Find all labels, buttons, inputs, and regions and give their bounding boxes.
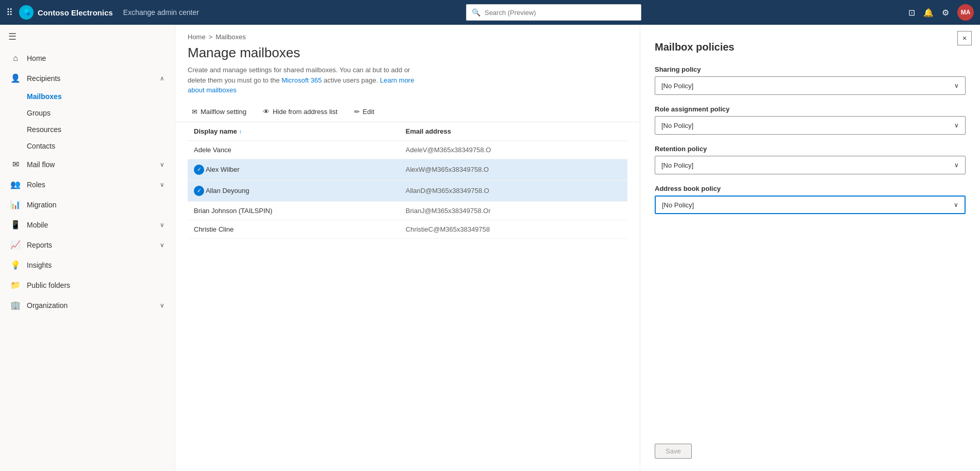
retention-policy-label: Retention policy	[655, 145, 966, 153]
microsoft365-link[interactable]: Microsoft 365	[281, 76, 322, 84]
panel-close-button[interactable]: ×	[957, 31, 972, 45]
address-book-policy-chevron-icon: ∨	[954, 201, 958, 208]
settings-icon[interactable]: ⚙	[942, 8, 949, 18]
sharing-policy-label: Sharing policy	[655, 66, 966, 73]
sort-asc-icon: ↑	[239, 128, 242, 135]
row-email: BrianJ@M365x38349758.Or	[400, 201, 627, 220]
row-name: ✓ Allan Deyoung	[188, 180, 400, 201]
breadcrumb-current: Mailboxes	[215, 33, 246, 41]
sidebar: ☰ ⌂ Home 👤 Recipients ∧ Mailboxes Groups…	[0, 25, 175, 471]
sidebar-label-home: Home	[27, 54, 164, 62]
roles-icon: 👥	[10, 180, 21, 189]
notification-icon[interactable]: 🔔	[923, 8, 934, 18]
mobile-icon: 📱	[10, 220, 21, 230]
main-area: ☰ ⌂ Home 👤 Recipients ∧ Mailboxes Groups…	[0, 25, 980, 471]
table-row[interactable]: Brian Johnson (TAILSPIN) BrianJ@M365x383…	[188, 201, 627, 220]
retention-policy-select[interactable]: [No Policy] ∨	[655, 156, 966, 174]
migration-icon: 📊	[10, 200, 21, 209]
sharing-policy-select[interactable]: [No Policy] ∨	[655, 76, 966, 95]
address-book-policy-select[interactable]: [No Policy] ∨	[655, 196, 966, 214]
row-name: Brian Johnson (TAILSPIN)	[188, 201, 400, 220]
sidebar-item-organization[interactable]: 🏢 Organization ∨	[0, 295, 175, 315]
reports-chevron-icon: ∨	[160, 241, 164, 249]
insights-icon: 💡	[10, 260, 21, 270]
top-nav: ⠿ Contoso Electronics Exchange admin cen…	[0, 0, 980, 25]
breadcrumb-home[interactable]: Home	[188, 33, 206, 41]
svg-point-0	[24, 9, 28, 13]
avatar[interactable]: MA	[957, 4, 974, 21]
sharing-policy-group: Sharing policy [No Policy] ∨	[655, 66, 966, 95]
mailboxes-table-container: Display name ↑ Email address Adele Vance…	[175, 122, 640, 472]
sidebar-item-home[interactable]: ⌂ Home	[0, 48, 175, 68]
sidebar-item-groups[interactable]: Groups	[27, 105, 175, 121]
sidebar-label-public-folders: Public folders	[27, 281, 164, 289]
recipients-icon: 👤	[10, 73, 21, 83]
page-desc-text2: active users page.	[324, 76, 378, 84]
sidebar-label-mailflow: Mail flow	[27, 160, 154, 169]
sidebar-label-migration: Migration	[27, 201, 164, 209]
sidebar-item-public-folders[interactable]: 📁 Public folders	[0, 275, 175, 295]
row-name: Adele Vance	[188, 140, 400, 159]
mailflow-setting-button[interactable]: ✉ Mailflow setting	[188, 106, 251, 118]
svg-point-1	[23, 12, 26, 15]
sidebar-item-reports[interactable]: 📈 Reports ∨	[0, 235, 175, 255]
hide-icon: 👁	[263, 108, 270, 116]
sidebar-item-resources[interactable]: Resources	[27, 121, 175, 138]
mobile-chevron-icon: ∨	[160, 221, 164, 229]
row-email: AlexW@M365x38349758.O	[400, 159, 627, 180]
sidebar-item-insights[interactable]: 💡 Insights	[0, 255, 175, 275]
sidebar-item-contacts[interactable]: Contacts	[27, 138, 175, 154]
search-box[interactable]: 🔍	[466, 4, 641, 21]
home-icon: ⌂	[10, 54, 21, 63]
waffle-menu-icon[interactable]: ⠿	[6, 7, 13, 18]
sidebar-label-recipients: Recipients	[27, 74, 154, 83]
recipients-chevron-icon: ∧	[160, 75, 164, 82]
col-display-name-label: Display name	[194, 127, 237, 135]
brand-logo	[19, 5, 34, 20]
svg-point-2	[27, 12, 30, 15]
row-name: Christie Cline	[188, 220, 400, 238]
table-row[interactable]: Adele Vance AdeleV@M365x38349758.O	[188, 140, 627, 159]
sidebar-item-mailflow[interactable]: ✉ Mail flow ∨	[0, 154, 175, 174]
role-assignment-policy-select[interactable]: [No Policy] ∨	[655, 116, 966, 135]
roles-chevron-icon: ∨	[160, 181, 164, 188]
sidebar-toggle[interactable]: ☰	[0, 25, 175, 48]
breadcrumb-separator: >	[209, 33, 213, 41]
sidebar-label-insights: Insights	[27, 261, 164, 269]
selected-check-icon: ✓	[194, 165, 204, 175]
sidebar-item-roles[interactable]: 👥 Roles ∨	[0, 174, 175, 194]
sidebar-item-mobile[interactable]: 📱 Mobile ∨	[0, 215, 175, 235]
main-content: Home > Mailboxes Manage mailboxes Create…	[175, 25, 640, 471]
sidebar-sub-recipients: Mailboxes Groups Resources Contacts	[0, 88, 175, 154]
retention-policy-group: Retention policy [No Policy] ∨	[655, 145, 966, 174]
table-row[interactable]: Christie Cline ChristieC@M365x38349758	[188, 220, 627, 238]
search-icon: 🔍	[472, 8, 480, 17]
row-email: AdeleV@M365x38349758.O	[400, 140, 627, 159]
save-button[interactable]: Save	[655, 444, 692, 459]
col-email-label: Email address	[406, 127, 451, 135]
selected-check-icon: ✓	[194, 186, 204, 196]
search-input[interactable]	[485, 9, 636, 17]
sidebar-item-recipients[interactable]: 👤 Recipients ∧	[0, 68, 175, 88]
mailflow-setting-icon: ✉	[192, 108, 197, 116]
breadcrumb: Home > Mailboxes	[175, 25, 640, 41]
mailflow-setting-label: Mailflow setting	[201, 108, 246, 116]
hide-from-address-list-button[interactable]: 👁 Hide from address list	[259, 106, 342, 118]
feedback-icon[interactable]: ⊡	[908, 8, 915, 18]
address-book-policy-label: Address book policy	[655, 185, 966, 192]
retention-policy-value: [No Policy]	[661, 161, 693, 169]
table-row[interactable]: ✓ Allan Deyoung AllanD@M365x38349758.O	[188, 180, 627, 201]
role-assignment-chevron-icon: ∨	[954, 122, 959, 129]
table-row[interactable]: ✓ Alex Wilber AlexW@M365x38349758.O	[188, 159, 627, 180]
sidebar-item-migration[interactable]: 📊 Migration	[0, 194, 175, 215]
page-description: Create and manage settings for shared ma…	[175, 65, 433, 102]
organization-icon: 🏢	[10, 300, 21, 310]
sidebar-label-organization: Organization	[27, 301, 154, 310]
col-display-name[interactable]: Display name ↑	[188, 122, 400, 141]
sidebar-item-mailboxes[interactable]: Mailboxes	[27, 88, 175, 105]
panel-title: Mailbox policies	[655, 41, 966, 53]
edit-button[interactable]: ✏ Edit	[350, 106, 378, 118]
col-email-address[interactable]: Email address	[400, 122, 627, 141]
public-folders-icon: 📁	[10, 280, 21, 290]
hide-label: Hide from address list	[273, 108, 338, 116]
